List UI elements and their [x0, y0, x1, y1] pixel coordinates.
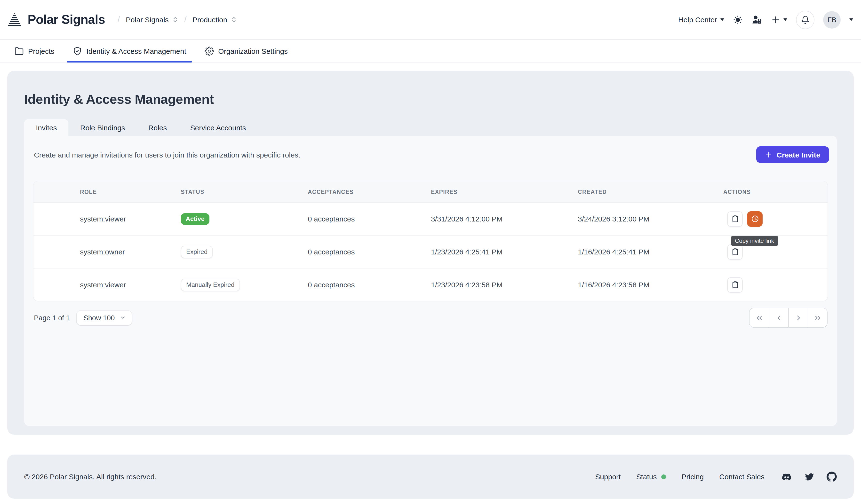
logo-wordmark: Polar Signals [28, 12, 105, 27]
footer-link-status[interactable]: Status [636, 473, 666, 481]
page-footer: © 2026 Polar Signals. All rights reserve… [7, 454, 854, 499]
column-header-actions: Actions [723, 189, 828, 195]
theme-toggle-button[interactable] [733, 15, 743, 25]
avatar[interactable]: FB [823, 11, 840, 28]
notifications-button[interactable] [796, 11, 815, 29]
copy-invite-link-button[interactable] [727, 244, 743, 260]
double-chevron-left-icon [755, 313, 764, 322]
updown-chevron-icon [231, 16, 237, 23]
invites-description: Create and manage invitations for users … [34, 151, 300, 159]
app-window: Polar Signals / Polar Signals / Producti… [0, 0, 861, 504]
plus-icon [771, 15, 780, 25]
top-bar: Polar Signals / Polar Signals / Producti… [0, 0, 861, 39]
main-nav-tabs: Projects Identity & Access Management Or… [0, 39, 861, 62]
acceptances-cell: 0 acceptances [308, 215, 431, 223]
plus-icon [765, 151, 772, 158]
iam-tabs: Invites Role Bindings Roles Service Acco… [24, 119, 854, 136]
role-cell: system:owner [80, 248, 181, 256]
clipboard-icon [731, 281, 739, 288]
chevron-left-icon [775, 313, 783, 322]
status-badge: Active [181, 213, 209, 225]
discord-icon[interactable] [781, 472, 792, 481]
tab-roles[interactable]: Roles [137, 119, 179, 136]
sun-icon [733, 15, 743, 25]
next-page-button[interactable] [788, 308, 808, 327]
footer-link-pricing[interactable]: Pricing [682, 473, 704, 481]
twitter-icon[interactable] [804, 472, 815, 481]
invites-panel: Create and manage invitations for users … [24, 136, 837, 426]
role-cell: system:viewer [80, 281, 181, 289]
actions-cell [723, 277, 828, 293]
expires-cell: 1/23/2026 4:23:58 PM [431, 281, 578, 289]
folder-icon [15, 46, 24, 56]
updown-chevron-icon [172, 16, 178, 23]
role-cell: system:viewer [80, 215, 181, 223]
user-lock-icon [751, 15, 762, 25]
clock-icon [751, 215, 759, 223]
footer-link-support[interactable]: Support [595, 473, 620, 481]
tab-label: Identity & Access Management [86, 47, 186, 55]
breadcrumb-separator: / [184, 15, 187, 25]
created-cell: 1/16/2026 4:23:58 PM [578, 281, 723, 289]
tab-identity-access-management[interactable]: Identity & Access Management [67, 40, 192, 62]
tab-organization-settings[interactable]: Organization Settings [199, 40, 293, 62]
chevron-down-icon [721, 18, 724, 21]
tab-projects[interactable]: Projects [9, 40, 60, 62]
status-badge: Expired [181, 246, 213, 258]
column-header-expires: Expires [431, 189, 578, 195]
status-dot [661, 474, 666, 479]
actions-cell: Copy invite link [723, 211, 828, 226]
github-icon[interactable] [826, 472, 837, 482]
tooltip: Copy invite link [731, 236, 778, 246]
acceptances-cell: 0 acceptances [308, 248, 431, 256]
first-page-button[interactable] [750, 308, 769, 327]
breadcrumb: / Polar Signals / Production [118, 15, 237, 25]
copyright-text: © 2026 Polar Signals. All rights reserve… [24, 473, 156, 481]
page-indicator: Page 1 of 1 [34, 314, 70, 322]
main-content: Identity & Access Management Invites Rol… [0, 62, 861, 435]
acceptances-cell: 0 acceptances [308, 281, 431, 289]
avatar-initials: FB [827, 16, 836, 24]
copy-invite-link-button[interactable] [727, 277, 743, 293]
expire-invite-button[interactable] [747, 211, 763, 226]
tab-role-bindings[interactable]: Role Bindings [69, 119, 137, 136]
help-center-label: Help Center [678, 15, 717, 24]
tab-label: Projects [28, 47, 54, 55]
column-header-created: Created [578, 189, 723, 195]
status-label: Status [636, 473, 657, 481]
page-title: Identity & Access Management [7, 71, 854, 107]
create-invite-button[interactable]: Create Invite [756, 146, 829, 163]
project-name: Production [192, 15, 227, 24]
account-menu-chevron-icon[interactable] [849, 18, 853, 21]
org-selector[interactable]: Polar Signals [126, 15, 178, 24]
chevron-down-icon [120, 314, 126, 321]
created-cell: 1/16/2026 4:25:41 PM [578, 248, 723, 256]
tab-invites[interactable]: Invites [24, 119, 69, 136]
gear-icon [205, 46, 214, 56]
last-page-button[interactable] [808, 308, 827, 327]
create-new-menu[interactable] [771, 15, 787, 25]
chevron-right-icon [794, 313, 803, 322]
tab-label: Organization Settings [218, 47, 288, 55]
org-name: Polar Signals [126, 15, 169, 24]
page-size-select[interactable]: Show 100 [77, 310, 132, 325]
copy-invite-link-button[interactable] [727, 211, 743, 226]
polar-signals-logo-icon [8, 13, 22, 27]
footer-link-contact-sales[interactable]: Contact Sales [719, 473, 765, 481]
table-row: system:owner Expired 0 acceptances 1/23/… [33, 235, 828, 268]
status-badge: Manually Expired [181, 278, 240, 291]
page-size-label: Show 100 [83, 314, 115, 322]
double-chevron-right-icon [813, 313, 822, 322]
project-selector[interactable]: Production [192, 15, 237, 24]
members-access-button[interactable] [751, 15, 762, 25]
column-header-status: Status [181, 189, 308, 195]
polar-signals-logo[interactable]: Polar Signals [8, 12, 105, 27]
previous-page-button[interactable] [769, 308, 788, 327]
table-row: system:viewer Active 0 acceptances 3/31/… [33, 202, 828, 235]
table-header-row: Role Status Acceptances Expires Created … [33, 181, 828, 202]
column-header-role: Role [80, 189, 181, 195]
tab-service-accounts[interactable]: Service Accounts [179, 119, 258, 136]
iam-card: Identity & Access Management Invites Rol… [7, 71, 854, 435]
pagination-bar: Page 1 of 1 Show 100 [34, 308, 828, 327]
help-center-menu[interactable]: Help Center [678, 15, 724, 24]
